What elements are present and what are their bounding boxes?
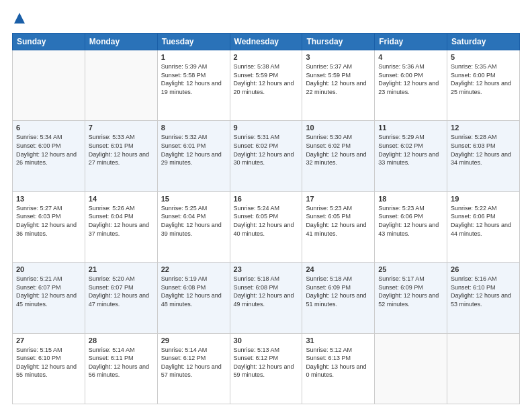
calendar-cell (85, 50, 157, 121)
calendar-cell: 31Sunrise: 5:12 AMSunset: 6:13 PMDayligh… (302, 333, 375, 404)
calendar-cell: 11Sunrise: 5:29 AMSunset: 6:02 PMDayligh… (375, 121, 447, 191)
calendar-cell: 14Sunrise: 5:26 AMSunset: 6:04 PMDayligh… (85, 191, 157, 262)
cell-info: Sunrise: 5:14 AMSunset: 6:12 PMDaylight:… (161, 346, 226, 379)
cell-info: Sunrise: 5:16 AMSunset: 6:10 PMDaylight:… (451, 275, 516, 308)
day-number: 18 (378, 195, 443, 203)
day-header-tuesday: Tuesday (157, 34, 230, 50)
day-number: 1 (161, 53, 226, 61)
day-number: 9 (234, 124, 299, 132)
day-number: 23 (234, 265, 299, 273)
day-header-monday: Monday (85, 34, 157, 50)
cell-info: Sunrise: 5:18 AMSunset: 6:08 PMDaylight:… (234, 275, 299, 308)
cell-info: Sunrise: 5:18 AMSunset: 6:09 PMDaylight:… (306, 275, 371, 308)
calendar-cell: 19Sunrise: 5:22 AMSunset: 6:06 PMDayligh… (447, 191, 520, 262)
day-number: 27 (16, 336, 81, 345)
day-number: 7 (89, 124, 154, 132)
cell-info: Sunrise: 5:19 AMSunset: 6:08 PMDaylight:… (161, 275, 226, 308)
calendar-cell: 7Sunrise: 5:33 AMSunset: 6:01 PMDaylight… (85, 121, 157, 191)
calendar-cell: 20Sunrise: 5:21 AMSunset: 6:07 PMDayligh… (13, 263, 85, 333)
calendar-cell: 1Sunrise: 5:39 AMSunset: 5:58 PMDaylight… (157, 50, 230, 121)
cell-info: Sunrise: 5:20 AMSunset: 6:07 PMDaylight:… (89, 275, 154, 308)
calendar-cell: 21Sunrise: 5:20 AMSunset: 6:07 PMDayligh… (85, 263, 157, 333)
day-number: 21 (89, 265, 154, 273)
day-number: 11 (378, 124, 443, 132)
day-header-saturday: Saturday (447, 34, 520, 50)
day-number: 28 (89, 336, 154, 345)
cell-info: Sunrise: 5:26 AMSunset: 6:04 PMDaylight:… (89, 204, 154, 238)
day-number: 31 (306, 336, 371, 345)
cell-info: Sunrise: 5:35 AMSunset: 6:00 PMDaylight:… (451, 62, 516, 96)
calendar-cell (375, 333, 447, 404)
calendar-cell: 18Sunrise: 5:23 AMSunset: 6:06 PMDayligh… (375, 191, 447, 262)
day-number: 24 (306, 265, 371, 273)
day-number: 29 (161, 336, 226, 345)
calendar-cell: 28Sunrise: 5:14 AMSunset: 6:11 PMDayligh… (85, 333, 157, 404)
day-number: 16 (234, 195, 299, 203)
cell-info: Sunrise: 5:27 AMSunset: 6:03 PMDaylight:… (16, 204, 81, 238)
week-row-0: 1Sunrise: 5:39 AMSunset: 5:58 PMDaylight… (13, 50, 520, 121)
calendar-cell: 23Sunrise: 5:18 AMSunset: 6:08 PMDayligh… (230, 263, 302, 333)
calendar-cell: 5Sunrise: 5:35 AMSunset: 6:00 PMDaylight… (447, 50, 520, 121)
day-number: 5 (451, 53, 516, 61)
calendar-cell: 17Sunrise: 5:23 AMSunset: 6:05 PMDayligh… (302, 191, 375, 262)
calendar-cell: 29Sunrise: 5:14 AMSunset: 6:12 PMDayligh… (157, 333, 230, 404)
day-number: 10 (306, 124, 371, 132)
day-number: 14 (89, 195, 154, 203)
calendar: SundayMondayTuesdayWednesdayThursdayFrid… (12, 33, 520, 404)
page: SundayMondayTuesdayWednesdayThursdayFrid… (0, 0, 532, 411)
cell-info: Sunrise: 5:23 AMSunset: 6:06 PMDaylight:… (378, 204, 443, 238)
day-number: 22 (161, 265, 226, 273)
calendar-cell: 4Sunrise: 5:36 AMSunset: 6:00 PMDaylight… (375, 50, 447, 121)
day-number: 26 (451, 265, 516, 273)
cell-info: Sunrise: 5:34 AMSunset: 6:00 PMDaylight:… (16, 133, 81, 167)
calendar-cell: 3Sunrise: 5:37 AMSunset: 5:59 PMDaylight… (302, 50, 375, 121)
cell-info: Sunrise: 5:33 AMSunset: 6:01 PMDaylight:… (89, 133, 154, 167)
calendar-cell (13, 50, 85, 121)
day-header-friday: Friday (375, 34, 447, 50)
calendar-cell: 27Sunrise: 5:15 AMSunset: 6:10 PMDayligh… (13, 333, 85, 404)
calendar-header-row: SundayMondayTuesdayWednesdayThursdayFrid… (13, 34, 520, 50)
day-number: 30 (234, 336, 299, 345)
day-number: 3 (306, 53, 371, 61)
calendar-cell (447, 333, 520, 404)
calendar-cell: 22Sunrise: 5:19 AMSunset: 6:08 PMDayligh… (157, 263, 230, 333)
calendar-cell: 25Sunrise: 5:17 AMSunset: 6:09 PMDayligh… (375, 263, 447, 333)
svg-marker-0 (14, 13, 25, 24)
cell-info: Sunrise: 5:17 AMSunset: 6:09 PMDaylight:… (378, 275, 443, 308)
day-number: 13 (16, 195, 81, 203)
day-number: 20 (16, 265, 81, 273)
cell-info: Sunrise: 5:25 AMSunset: 6:04 PMDaylight:… (161, 204, 226, 238)
cell-info: Sunrise: 5:38 AMSunset: 5:59 PMDaylight:… (234, 62, 299, 96)
day-header-wednesday: Wednesday (230, 34, 302, 50)
cell-info: Sunrise: 5:12 AMSunset: 6:13 PMDaylight:… (306, 346, 371, 379)
calendar-cell: 12Sunrise: 5:28 AMSunset: 6:03 PMDayligh… (447, 121, 520, 191)
calendar-cell: 15Sunrise: 5:25 AMSunset: 6:04 PMDayligh… (157, 191, 230, 262)
week-row-1: 6Sunrise: 5:34 AMSunset: 6:00 PMDaylight… (13, 121, 520, 191)
day-header-sunday: Sunday (13, 34, 85, 50)
calendar-cell: 2Sunrise: 5:38 AMSunset: 5:59 PMDaylight… (230, 50, 302, 121)
logo-blue-icon (13, 12, 26, 28)
day-number: 12 (451, 124, 516, 132)
cell-info: Sunrise: 5:28 AMSunset: 6:03 PMDaylight:… (451, 133, 516, 167)
header (12, 12, 520, 26)
day-number: 6 (16, 124, 81, 132)
cell-info: Sunrise: 5:29 AMSunset: 6:02 PMDaylight:… (378, 133, 443, 167)
calendar-cell: 9Sunrise: 5:31 AMSunset: 6:02 PMDaylight… (230, 121, 302, 191)
calendar-cell: 24Sunrise: 5:18 AMSunset: 6:09 PMDayligh… (302, 263, 375, 333)
cell-info: Sunrise: 5:24 AMSunset: 6:05 PMDaylight:… (234, 204, 299, 238)
cell-info: Sunrise: 5:23 AMSunset: 6:05 PMDaylight:… (306, 204, 371, 238)
day-header-thursday: Thursday (302, 34, 375, 50)
week-row-3: 20Sunrise: 5:21 AMSunset: 6:07 PMDayligh… (13, 263, 520, 333)
cell-info: Sunrise: 5:14 AMSunset: 6:11 PMDaylight:… (89, 346, 154, 379)
calendar-cell: 10Sunrise: 5:30 AMSunset: 6:02 PMDayligh… (302, 121, 375, 191)
calendar-cell: 16Sunrise: 5:24 AMSunset: 6:05 PMDayligh… (230, 191, 302, 262)
day-number: 8 (161, 124, 226, 132)
cell-info: Sunrise: 5:21 AMSunset: 6:07 PMDaylight:… (16, 275, 81, 308)
cell-info: Sunrise: 5:31 AMSunset: 6:02 PMDaylight:… (234, 133, 299, 167)
calendar-cell: 30Sunrise: 5:13 AMSunset: 6:12 PMDayligh… (230, 333, 302, 404)
day-number: 25 (378, 265, 443, 273)
cell-info: Sunrise: 5:32 AMSunset: 6:01 PMDaylight:… (161, 133, 226, 167)
day-number: 4 (378, 53, 443, 61)
week-row-4: 27Sunrise: 5:15 AMSunset: 6:10 PMDayligh… (13, 333, 520, 404)
cell-info: Sunrise: 5:13 AMSunset: 6:12 PMDaylight:… (234, 346, 299, 379)
